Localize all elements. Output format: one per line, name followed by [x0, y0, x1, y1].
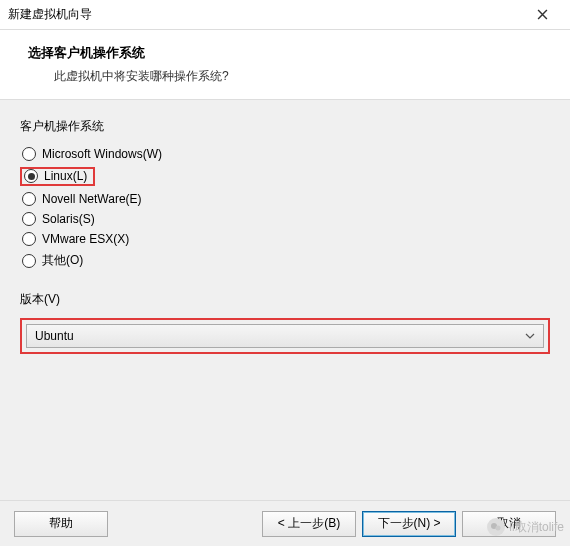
version-section: 版本(V) Ubuntu	[20, 291, 550, 354]
highlight-box: Ubuntu	[20, 318, 550, 354]
page-title: 选择客户机操作系统	[28, 44, 550, 62]
titlebar: 新建虚拟机向导	[0, 0, 570, 30]
radio-label: VMware ESX(X)	[42, 232, 129, 246]
wizard-header: 选择客户机操作系统 此虚拟机中将安装哪种操作系统?	[0, 30, 570, 100]
radio-icon	[24, 169, 38, 183]
os-option-vmware-esx[interactable]: VMware ESX(X)	[22, 232, 550, 246]
wizard-body: 客户机操作系统 Microsoft Windows(W) Linux(L) No…	[0, 100, 570, 500]
os-option-other[interactable]: 其他(O)	[22, 252, 550, 269]
radio-label: 其他(O)	[42, 252, 83, 269]
version-select[interactable]: Ubuntu	[26, 324, 544, 348]
os-radio-group: Microsoft Windows(W) Linux(L) Novell Net…	[20, 145, 550, 269]
os-option-solaris[interactable]: Solaris(S)	[22, 212, 550, 226]
window-title: 新建虚拟机向导	[8, 6, 92, 23]
radio-label: Microsoft Windows(W)	[42, 147, 162, 161]
back-button[interactable]: < 上一步(B)	[262, 511, 356, 537]
os-group-label: 客户机操作系统	[20, 118, 550, 135]
close-icon	[537, 9, 548, 20]
version-selected-value: Ubuntu	[35, 329, 74, 343]
version-label: 版本(V)	[20, 291, 550, 308]
os-option-linux[interactable]: Linux(L)	[22, 167, 550, 186]
radio-label: Solaris(S)	[42, 212, 95, 226]
radio-icon	[22, 212, 36, 226]
chevron-down-icon	[525, 331, 535, 341]
close-button[interactable]	[522, 1, 562, 29]
radio-icon	[22, 254, 36, 268]
radio-icon	[22, 192, 36, 206]
radio-icon	[22, 232, 36, 246]
os-option-netware[interactable]: Novell NetWare(E)	[22, 192, 550, 206]
os-option-windows[interactable]: Microsoft Windows(W)	[22, 147, 550, 161]
radio-icon	[22, 147, 36, 161]
help-button[interactable]: 帮助	[14, 511, 108, 537]
cancel-button[interactable]: 取消	[462, 511, 556, 537]
wizard-footer: 帮助 < 上一步(B) 下一步(N) > 取消	[0, 500, 570, 546]
radio-label: Linux(L)	[44, 169, 87, 183]
next-button[interactable]: 下一步(N) >	[362, 511, 456, 537]
radio-label: Novell NetWare(E)	[42, 192, 142, 206]
highlight-box: Linux(L)	[20, 167, 95, 186]
page-subtitle: 此虚拟机中将安装哪种操作系统?	[54, 68, 550, 85]
